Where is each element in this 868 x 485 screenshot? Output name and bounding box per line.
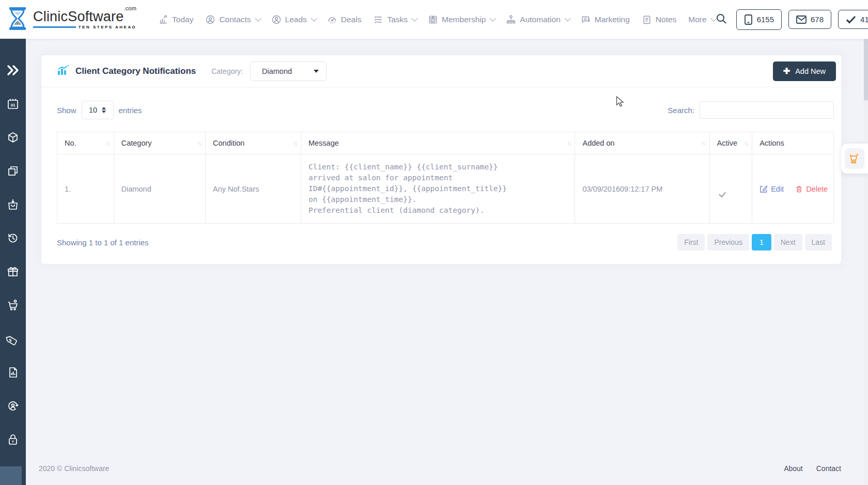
notifications-table: No.↑↓ Category↑↓ Condition↑↓ Message↑↓ A… [57,132,834,224]
sort-icon: ↑↓ [702,140,705,146]
cell-no: 1. [57,154,114,224]
phone-counter-badge[interactable]: 6155 [736,9,782,30]
mail-count: 678 [811,15,824,24]
nav-item-deals[interactable]: Deals [327,14,362,25]
pagination-previous[interactable]: Previous [707,234,749,251]
page-footer: 2020 © Clinicsoftware About Contact [26,458,868,485]
scrollbar-thumb[interactable] [864,39,868,101]
phone-icon [744,14,753,25]
floating-cart-button[interactable] [841,144,868,174]
navbar-right: 6155 678 41 ? [715,8,868,32]
show-label: Show [57,106,76,115]
brand-logo[interactable]: ClinicSoftware.com TEN STEPS AHEAD [6,6,136,33]
table-controls: Show 10 entries Search: [57,101,834,119]
column-header-added-on[interactable]: Added on↑↓ [575,132,709,154]
gift-icon[interactable] [6,265,20,278]
cell-category: Diamond [114,154,205,224]
sort-icon: ↑↓ [293,140,297,146]
mail-icon [796,15,807,24]
sidebar-bottom-block[interactable] [0,466,22,485]
footer-link-about[interactable]: About [784,464,803,473]
deals-icon [327,14,337,25]
edit-button[interactable]: Edit [760,185,784,193]
sort-icon: ↑↓ [106,140,110,146]
copy-icon[interactable] [6,164,20,178]
hourglass-logo-icon [6,6,29,33]
notes-icon [642,14,652,25]
nav-item-contacts[interactable]: Contacts [205,14,259,25]
category-select[interactable]: Diamond [250,61,327,81]
calendar-icon[interactable]: 31 [6,97,20,111]
pagination-first[interactable]: First [677,234,705,251]
nav-item-notes[interactable]: Notes [642,14,677,25]
price-tag-icon[interactable]: $ [6,332,20,346]
nav-item-leads[interactable]: Leads [271,14,315,25]
category-selected-value: Diamond [262,67,292,75]
brand-tld: .com [123,5,136,11]
nav-item-marketing[interactable]: Marketing [581,14,630,25]
column-header-no[interactable]: No.↑↓ [57,132,114,154]
copyright-text: 2020 © Clinicsoftware [39,464,109,473]
nav-item-today[interactable]: Today [158,14,193,25]
trash-icon [795,185,803,193]
delete-button[interactable]: Delete [795,185,828,193]
top-navbar: ClinicSoftware.com TEN STEPS AHEAD Today… [0,0,868,39]
category-label: Category: [211,67,243,75]
mail-counter-badge[interactable]: 678 [788,10,831,29]
sort-icon: ↑↓ [567,140,570,146]
search-group: Search: [668,101,834,119]
user-sync-icon[interactable] [6,399,20,413]
table-header-row: No.↑↓ Category↑↓ Condition↑↓ Message↑↓ A… [57,132,834,154]
chart-title-icon [57,65,69,78]
report-icon[interactable] [6,366,20,379]
cell-added-on: 03/09/201609:12:17 PM [575,154,709,224]
tasks-icon [373,14,383,25]
column-header-active[interactable]: Active↑↓ [709,132,752,154]
notifications-card: Client Category Notifications Category: … [41,55,841,264]
bag-download-icon[interactable] [6,198,20,211]
nav-item-membership[interactable]: Membership [428,14,494,25]
lock-icon[interactable] [6,433,20,446]
cell-actions: Edit Delete [752,154,834,224]
nav-item-automation[interactable]: Automation [506,14,568,25]
chevron-down-icon [311,15,317,22]
pagination-page-1[interactable]: 1 [752,234,771,251]
nav-item-tasks[interactable]: Tasks [373,14,416,25]
show-entries-group: Show 10 entries [57,101,142,119]
search-input[interactable] [700,101,834,119]
card-header: Client Category Notifications Category: … [41,55,841,87]
chevron-down-icon [255,15,261,22]
column-header-category[interactable]: Category↑↓ [114,132,205,154]
pagination-last[interactable]: Last [805,234,832,251]
column-header-actions: Actions [752,132,834,154]
add-new-button[interactable]: ✚ Add New [773,61,836,81]
tasks-counter-badge[interactable]: 41 [838,10,868,29]
pagination-next[interactable]: Next [774,234,802,251]
svg-text:$: $ [9,338,12,343]
chevron-down-icon [490,15,497,22]
automation-icon [506,14,516,25]
main-content: Client Category Notifications Category: … [26,39,868,464]
history-icon[interactable] [6,231,20,245]
chevron-down-icon [564,15,571,22]
page-length-select[interactable]: 10 [82,101,114,119]
column-header-condition[interactable]: Condition↑↓ [206,132,301,154]
updown-arrows-icon [102,107,106,113]
check-icon [846,15,856,24]
leads-icon [271,14,282,25]
scrollbar[interactable] [864,39,868,485]
tasks-count: 41 [860,15,868,24]
logo-underline [33,26,76,28]
package-icon[interactable] [6,131,20,144]
cart-gear-icon[interactable] [6,299,20,312]
sort-icon: ↑↓ [197,140,201,146]
svg-text:31: 31 [11,103,16,107]
nav-item-more[interactable]: More [688,15,715,24]
expand-icon[interactable] [6,64,20,77]
footer-link-contact[interactable]: Contact [816,464,841,473]
chevron-down-icon [314,70,319,73]
left-sidebar: 31 $ [0,39,26,485]
search-icon[interactable] [715,12,727,27]
cart-icon [848,152,861,165]
column-header-message[interactable]: Message↑↓ [301,132,575,154]
